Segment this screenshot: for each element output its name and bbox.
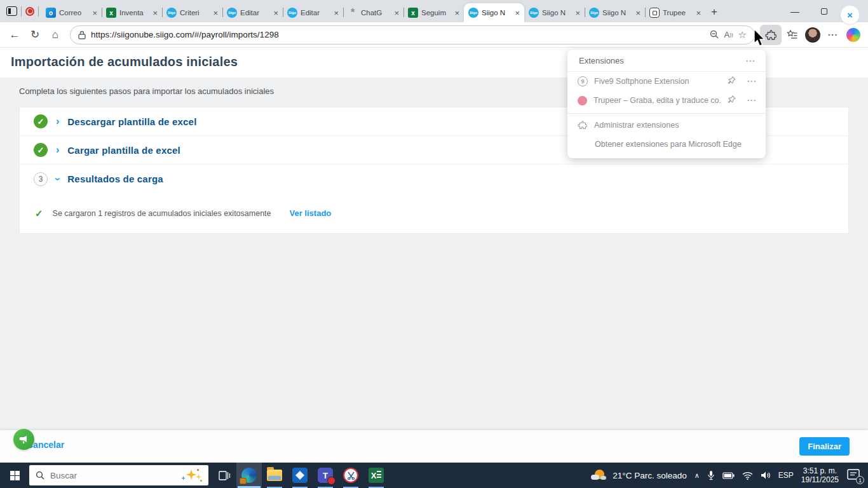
maximize-button[interactable]	[810, 0, 839, 22]
taskbar-app-diamond[interactable]	[287, 463, 313, 488]
profile-avatar[interactable]	[803, 25, 822, 44]
excel-icon: x	[106, 8, 116, 18]
start-button[interactable]	[0, 463, 29, 488]
step-label: Cargar plantilla de excel	[67, 145, 180, 156]
extension-more-icon[interactable]: ···	[747, 96, 757, 105]
outlook-icon: o	[46, 8, 56, 18]
tab-label: Correo	[59, 9, 89, 17]
back-icon[interactable]: ←	[5, 25, 24, 44]
extension-more-icon[interactable]: ···	[747, 77, 757, 86]
tab-label: Siigo N	[542, 9, 572, 17]
url-input[interactable]	[91, 30, 705, 39]
copilot-sparkle-icon	[180, 468, 202, 482]
recording-indicator-icon[interactable]	[25, 7, 34, 16]
tab-criterios[interactable]: Siigo Criteri ×	[162, 3, 222, 22]
tab-close-icon[interactable]: ×	[575, 9, 580, 17]
tray-expand-icon[interactable]: ∧	[695, 471, 700, 480]
new-tab-button[interactable]: +	[705, 3, 723, 21]
lock-icon	[78, 30, 86, 39]
tab-close-icon[interactable]: ×	[273, 9, 278, 17]
pin-icon[interactable]	[728, 76, 736, 86]
chevron-right-icon[interactable]: ›	[56, 145, 59, 155]
tab-editar-2[interactable]: Siigo Editar ×	[283, 3, 343, 22]
get-extensions-item[interactable]: Obtener extensiones para Microsoft Edge	[567, 135, 766, 154]
taskbar-app-file-explorer[interactable]	[262, 463, 287, 488]
view-list-link[interactable]: Ver listado	[290, 208, 332, 218]
tab-siigo-3[interactable]: Siigo Siigo N ×	[585, 3, 645, 22]
tab-trupeer[interactable]: Trupee ×	[645, 3, 705, 22]
refresh-icon[interactable]: ↻	[25, 25, 44, 44]
tab-list: o Correo × x Inventa × Siigo Criteri × S…	[41, 0, 705, 22]
address-bar[interactable]: A)) ☆	[70, 25, 755, 44]
chatgpt-icon: *	[348, 8, 358, 18]
volume-icon[interactable]	[761, 471, 771, 480]
tab-inventa[interactable]: x Inventa ×	[102, 3, 162, 22]
tab-label: Editar	[240, 9, 270, 17]
taskbar-app-snipping[interactable]	[338, 463, 363, 488]
tab-close-icon[interactable]: ×	[92, 9, 97, 17]
announcement-fab[interactable]	[13, 429, 34, 450]
favorite-star-icon[interactable]: ☆	[738, 29, 747, 41]
battery-icon[interactable]	[722, 472, 735, 479]
siigo-icon: Siigo	[529, 8, 539, 18]
tab-label: Editar	[301, 9, 330, 17]
extensions-menu-more-icon[interactable]: ···	[746, 57, 756, 65]
settings-menu-icon[interactable]: ···	[824, 25, 843, 44]
minimize-button[interactable]: —	[780, 0, 810, 22]
tab-close-icon[interactable]: ×	[213, 9, 218, 17]
snipping-tool-icon	[343, 468, 358, 483]
microphone-icon[interactable]	[707, 470, 715, 480]
page-close-button[interactable]: ×	[840, 5, 860, 25]
tab-correo[interactable]: o Correo ×	[41, 3, 102, 22]
siigo-icon: Siigo	[468, 8, 478, 18]
tab-seguimiento[interactable]: x Seguim ×	[403, 3, 464, 22]
tab-close-icon[interactable]: ×	[454, 9, 459, 17]
copilot-icon[interactable]	[844, 25, 863, 44]
manage-extensions-item[interactable]: Administrar extensiones	[567, 115, 766, 135]
divider	[21, 6, 22, 17]
tab-chatgpt[interactable]: * ChatG ×	[343, 3, 403, 22]
diamond-app-icon	[292, 468, 308, 483]
wifi-icon[interactable]	[742, 471, 753, 480]
tab-close-icon[interactable]: ×	[153, 9, 158, 17]
step-load-results[interactable]: 3 › Resultados de carga	[20, 165, 848, 193]
result-message: Se cargaron 1 registros de acumulados in…	[53, 209, 271, 218]
taskbar-app-teams[interactable]: T	[313, 463, 338, 488]
task-view-button[interactable]	[212, 463, 236, 488]
language-indicator[interactable]: ESP	[778, 471, 794, 480]
search-input[interactable]	[50, 471, 175, 480]
taskbar-search[interactable]	[29, 465, 208, 485]
extension-label: Five9 Softphone Extension	[594, 77, 721, 86]
chevron-right-icon[interactable]: ›	[56, 116, 59, 126]
step-done-icon: ✓	[34, 114, 48, 128]
tab-siigo-2[interactable]: Siigo Siigo N ×	[524, 3, 585, 22]
tab-actions-icon[interactable]	[6, 6, 17, 16]
collections-icon[interactable]	[783, 25, 802, 44]
home-icon[interactable]: ⌂	[46, 25, 65, 44]
weather-temp: 21°C	[613, 471, 632, 480]
taskbar-clock[interactable]: 3:51 p. m. 19/11/2025	[801, 466, 839, 484]
tab-editar-1[interactable]: Siigo Editar ×	[222, 3, 283, 22]
pin-icon[interactable]	[728, 95, 736, 105]
clock-time: 3:51 p. m.	[801, 466, 839, 475]
page-title: Importación de acumulados iniciales	[11, 55, 238, 69]
weather-widget[interactable]: 21°C Parc. soleado	[591, 469, 687, 482]
chevron-down-icon[interactable]: ›	[53, 177, 63, 180]
page-footer: Cancelar Finalizar	[0, 430, 868, 463]
tab-close-icon[interactable]: ×	[334, 9, 339, 17]
taskbar-app-edge[interactable]	[236, 463, 262, 488]
finish-button[interactable]: Finalizar	[799, 437, 850, 456]
extension-item-five9[interactable]: 9 Five9 Softphone Extension ···	[567, 72, 766, 91]
read-aloud-icon[interactable]: A))	[724, 30, 733, 39]
tab-label: ChatG	[361, 9, 391, 17]
notification-center-button[interactable]: 1	[846, 468, 863, 482]
weather-icon	[591, 469, 607, 482]
tab-close-icon[interactable]: ×	[394, 9, 399, 17]
extension-item-trupeer[interactable]: Trupeer – Graba, edita y traduce co... ·…	[567, 91, 766, 110]
tab-close-icon[interactable]: ×	[635, 9, 641, 17]
tab-siigo-active[interactable]: Siigo Siigo N ×	[464, 3, 524, 22]
taskbar-app-excel[interactable]: X	[363, 463, 389, 488]
zoom-out-icon[interactable]	[710, 30, 719, 39]
tab-close-icon[interactable]: ×	[696, 9, 701, 17]
tab-close-icon[interactable]: ×	[515, 9, 520, 17]
